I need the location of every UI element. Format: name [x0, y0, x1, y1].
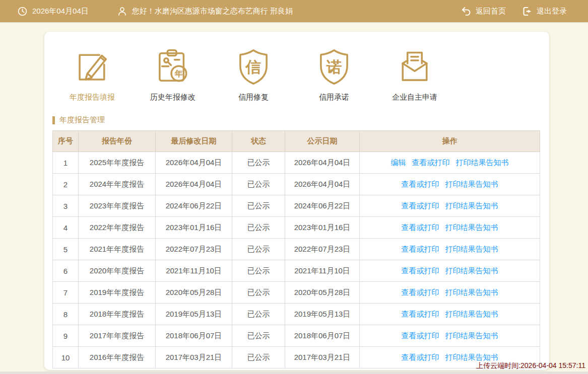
print-result-link[interactable]: 打印结果告知书 — [456, 158, 509, 167]
quick-action-label: 年度报告填报 — [70, 93, 115, 102]
view-print-link[interactable]: 查看或打印 — [402, 245, 439, 253]
print-result-link[interactable]: 打印结果告知书 — [445, 266, 498, 275]
quick-action-label: 信用修复 — [238, 93, 269, 102]
report-year-cell: 2016年年度报告 — [79, 347, 156, 368]
quick-action-label: 信用承诺 — [319, 93, 349, 102]
report-year-cell: 2021年年度报告 — [79, 239, 156, 260]
actions-cell: 查看或打印打印结果告知书 — [360, 260, 540, 282]
topbar-date: 2026年04月04日 — [17, 6, 89, 17]
table-row: 92017年年度报告2018年06月07日已公示2018年06月07日查看或打印… — [53, 325, 540, 347]
row-index: 7 — [53, 282, 79, 304]
col-header-report-year: 报告年份 — [79, 131, 156, 152]
publish-date-cell: 2020年05月28日 — [285, 282, 360, 304]
edit-link[interactable]: 编辑 — [391, 158, 406, 167]
report-year-cell: 2019年年度报告 — [79, 282, 156, 304]
actions-cell: 查看或打印打印结果告知书 — [360, 325, 540, 347]
row-index: 3 — [53, 195, 79, 217]
view-print-link[interactable]: 查看或打印 — [402, 310, 439, 318]
status-cell: 已公示 — [232, 260, 285, 282]
report-year-cell: 2020年年度报告 — [79, 260, 156, 282]
modified-date-cell: 2019年05月13日 — [156, 304, 232, 325]
modified-date-cell: 2017年03月21日 — [156, 347, 232, 368]
print-result-link[interactable]: 打印结果告知书 — [445, 245, 498, 253]
back-home-button[interactable]: 返回首页 — [461, 6, 506, 17]
print-result-link[interactable]: 打印结果告知书 — [445, 201, 498, 210]
annual-report-table: 序号 报告年份 最后修改日期 状态 公示日期 操作 12025年年度报告2026… — [52, 130, 540, 368]
print-result-link[interactable]: 打印结果告知书 — [445, 223, 498, 232]
modified-date-cell: 2026年04月04日 — [156, 174, 232, 195]
publish-date-cell: 2021年11月10日 — [285, 260, 360, 282]
publish-date-cell: 2018年06月07日 — [285, 325, 360, 347]
current-date: 2026年04月04日 — [32, 7, 89, 16]
view-print-link[interactable]: 查看或打印 — [402, 288, 439, 296]
view-print-link[interactable]: 查看或打印 — [402, 353, 439, 361]
clock-icon — [17, 6, 28, 17]
col-header-index: 序号 — [53, 131, 79, 152]
row-index: 6 — [53, 260, 79, 282]
view-print-link[interactable]: 查看或打印 — [402, 201, 439, 210]
table-row: 42022年年度报告2023年01月16日已公示2023年01月16日查看或打印… — [53, 217, 540, 239]
print-result-link[interactable]: 打印结果告知书 — [445, 288, 498, 296]
col-header-modified-date: 最后修改日期 — [156, 131, 232, 152]
view-print-link[interactable]: 查看或打印 — [412, 158, 450, 167]
report-year-cell: 2018年年度报告 — [79, 304, 156, 325]
status-cell: 已公示 — [232, 325, 285, 347]
status-cell: 已公示 — [232, 195, 285, 217]
logout-icon — [522, 6, 533, 17]
main-card: 年度报告填报 年 历史年报修改 — [44, 32, 549, 370]
actions-cell: 查看或打印打印结果告知书 — [360, 304, 540, 325]
col-header-actions: 操作 — [360, 131, 540, 152]
actions-cell: 编辑查看或打印打印结果告知书 — [360, 152, 540, 174]
view-print-link[interactable]: 查看或打印 — [402, 223, 439, 232]
publish-date-cell: 2019年05月13日 — [285, 304, 360, 325]
annual-report-fill-icon — [73, 48, 111, 86]
user-icon — [117, 6, 127, 17]
bottom-strip — [0, 371, 588, 374]
publish-date-cell: 2023年01月16日 — [285, 217, 360, 239]
view-print-link[interactable]: 查看或打印 — [402, 180, 439, 188]
view-print-link[interactable]: 查看或打印 — [402, 266, 439, 275]
publish-date-cell: 2026年04月04日 — [285, 152, 360, 174]
topbar: 2026年04月04日 您好！水磨沟区惠源市场窗之恋布艺商行 邢良娟 返回首页 … — [0, 0, 588, 22]
table-row: 12025年年度报告2026年04月04日已公示2026年04月04日编辑查看或… — [53, 152, 540, 174]
table-row: 52021年年度报告2022年07月23日已公示2022年07月23日查看或打印… — [53, 239, 540, 260]
row-index: 1 — [53, 152, 79, 174]
quick-action-credit-promise[interactable]: 诺 信用承诺 — [294, 46, 374, 102]
print-result-link[interactable]: 打印结果告知书 — [445, 180, 498, 188]
table-row: 72019年年度报告2020年05月28日已公示2020年05月28日查看或打印… — [53, 282, 540, 304]
table-row: 32023年年度报告2024年06月22日已公示2024年06月22日查看或打印… — [53, 195, 540, 217]
quick-action-credit-repair[interactable]: 信 信用修复 — [213, 46, 294, 102]
print-result-link[interactable]: 打印结果告知书 — [445, 331, 498, 340]
modified-date-cell: 2023年01月16日 — [156, 217, 232, 239]
table-row: 82018年年度报告2019年05月13日已公示2019年05月13日查看或打印… — [53, 304, 540, 325]
status-cell: 已公示 — [232, 239, 285, 260]
quick-action-label: 历史年报修改 — [150, 93, 195, 102]
view-print-link[interactable]: 查看或打印 — [402, 331, 439, 340]
logout-button[interactable]: 退出登录 — [522, 6, 567, 17]
status-cell: 已公示 — [232, 304, 285, 325]
publish-date-cell: 2022年07月23日 — [285, 239, 360, 260]
quick-action-enterprise-apply[interactable]: 企业自主申请 — [374, 46, 455, 102]
report-year-cell: 2017年年度报告 — [79, 325, 156, 347]
print-result-link[interactable]: 打印结果告知书 — [445, 310, 498, 318]
topbar-greeting: 您好！水磨沟区惠源市场窗之恋布艺商行 邢良娟 — [117, 6, 293, 17]
modified-date-cell: 2020年05月28日 — [156, 282, 232, 304]
modified-date-cell: 2024年06月22日 — [156, 195, 232, 217]
table-header-row: 序号 报告年份 最后修改日期 状态 公示日期 操作 — [53, 131, 540, 152]
actions-cell: 查看或打印打印结果告知书 — [360, 239, 540, 260]
status-cell: 已公示 — [232, 347, 285, 368]
report-year-cell: 2024年年度报告 — [79, 174, 156, 195]
enterprise-apply-envelope-icon — [396, 48, 434, 86]
publish-date-cell: 2026年04月04日 — [285, 174, 360, 195]
modified-date-cell: 2021年11月10日 — [156, 260, 232, 282]
quick-action-history-report-edit[interactable]: 年 历史年报修改 — [133, 46, 213, 102]
quick-action-annual-report-fill[interactable]: 年度报告填报 — [52, 46, 133, 102]
print-result-link[interactable]: 打印结果告知书 — [445, 353, 498, 361]
row-index: 2 — [53, 174, 79, 195]
user-greeting: 您好！水磨沟区惠源市场窗之恋布艺商行 邢良娟 — [132, 7, 293, 16]
report-year-cell: 2023年年度报告 — [79, 195, 156, 217]
back-arrow-icon — [461, 6, 472, 17]
status-cell: 已公示 — [232, 282, 285, 304]
modified-date-cell: 2018年06月07日 — [156, 325, 232, 347]
year-glyph: 年 — [174, 69, 183, 79]
